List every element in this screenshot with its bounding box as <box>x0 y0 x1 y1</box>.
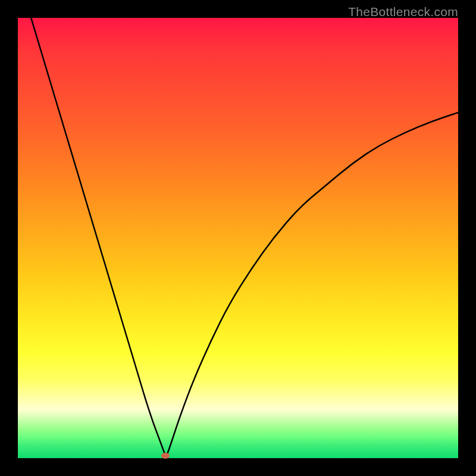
minimum-marker <box>161 453 170 459</box>
chart-plot-area <box>18 18 458 458</box>
watermark-text: TheBottleneck.com <box>348 5 458 19</box>
curve-svg <box>18 18 458 458</box>
bottleneck-curve <box>31 18 458 455</box>
